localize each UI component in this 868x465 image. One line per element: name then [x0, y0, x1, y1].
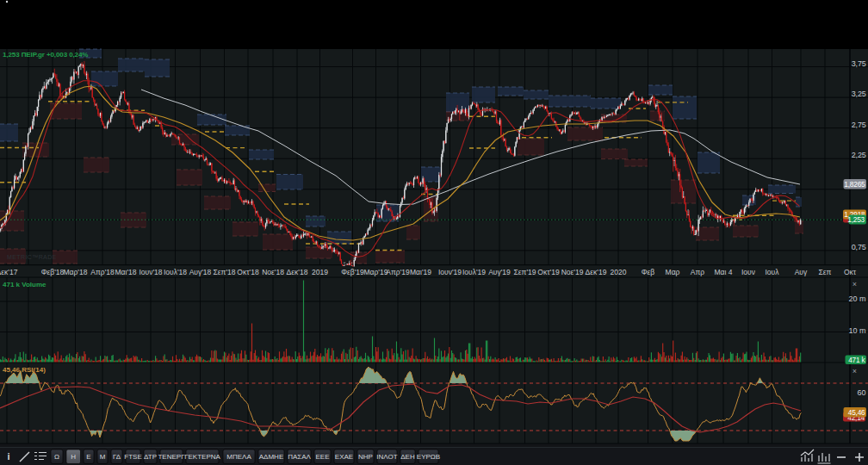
svg-text:3,25: 3,25: [852, 90, 866, 98]
svg-text:2019: 2019: [312, 268, 328, 276]
svg-text:Μαι'18: Μαι'18: [115, 268, 137, 276]
svg-text:Απρ'19: Απρ'19: [386, 268, 410, 276]
svg-text:ΠΑΣΑΛ: ΠΑΣΑΛ: [288, 453, 311, 461]
svg-text:Ιουν'19: Ιουν'19: [438, 268, 462, 276]
svg-text:Μαρ: Μαρ: [666, 268, 680, 276]
svg-text:×: ×: [852, 367, 857, 375]
svg-text:ΜΠΕΛΑ: ΜΠΕΛΑ: [226, 453, 251, 461]
svg-text:Ιουν: Ιουν: [741, 268, 755, 276]
svg-text:Ε: Ε: [86, 453, 90, 461]
svg-text:10 m: 10 m: [848, 326, 865, 335]
svg-text:ΔΕΗ: ΔΕΗ: [400, 453, 415, 461]
svg-text:Ω: Ω: [54, 453, 59, 461]
svg-text:ΕΧΑΕ: ΕΧΑΕ: [335, 453, 353, 461]
svg-text:Οκτ'18: Οκτ'18: [237, 268, 259, 276]
svg-text:Μαρ'18: Μαρ'18: [64, 268, 88, 276]
svg-text:Ιουλ: Ιουλ: [766, 268, 780, 276]
svg-text:ΜETRIC™RADE: ΜETRIC™RADE: [7, 254, 57, 260]
svg-text:Ιουλ'18: Ιουλ'18: [164, 268, 187, 276]
svg-text:471 k Volume: 471 k Volume: [3, 281, 46, 288]
svg-text:1,8265: 1,8265: [844, 180, 865, 189]
svg-text:Οκτ'19: Οκτ'19: [537, 268, 560, 276]
svg-text:ΙΝΛΟΤ: ΙΝΛΟΤ: [376, 453, 397, 461]
svg-text:Απρ: Απρ: [691, 268, 705, 276]
svg-text:Αυγ'19: Αυγ'19: [488, 268, 511, 276]
svg-text:3,75: 3,75: [852, 59, 866, 68]
svg-text:Η: Η: [71, 453, 76, 461]
svg-text:Οκτ: Οκτ: [844, 268, 857, 276]
svg-text:Φεβ: Φεβ: [642, 268, 655, 276]
svg-text:Σεπ'19: Σεπ'19: [514, 268, 536, 276]
svg-text:Μαρ'19: Μαρ'19: [364, 268, 388, 276]
svg-text:ΕΕΕ: ΕΕΕ: [315, 453, 329, 461]
svg-text:2020: 2020: [611, 268, 627, 276]
svg-text:Δεκ'19: Δεκ'19: [586, 268, 607, 276]
svg-text:Σεπ'18: Σεπ'18: [214, 268, 236, 276]
svg-text:Σεπ: Σεπ: [819, 268, 832, 276]
svg-text:ΝΗΡ: ΝΗΡ: [358, 453, 373, 461]
svg-text:ΔΤΡ: ΔΤΡ: [144, 453, 157, 461]
svg-text:×: ×: [852, 280, 857, 288]
svg-text:Αυγ: Αυγ: [795, 268, 808, 276]
svg-text:Φεβ'19: Φεβ'19: [341, 268, 364, 276]
svg-text:Μαι'19: Μαι'19: [410, 268, 431, 276]
svg-text:Απρ'18: Απρ'18: [90, 268, 115, 276]
svg-text:2,25: 2,25: [852, 151, 866, 159]
svg-text:ΕΥΡΩΒ: ΕΥΡΩΒ: [417, 453, 440, 461]
svg-text:2,75: 2,75: [852, 121, 866, 129]
svg-text:1,253: 1,253: [847, 215, 865, 224]
svg-text:Μ: Μ: [100, 453, 106, 461]
svg-text:0,75: 0,75: [852, 243, 866, 251]
svg-text:60: 60: [857, 388, 865, 397]
svg-text:ΓΕΚΤΕΡΝΑ: ΓΕΚΤΕΡΝΑ: [184, 453, 220, 461]
svg-text:Δεκ'18: Δεκ'18: [287, 268, 308, 276]
svg-text:Δεκ'17: Δεκ'17: [0, 268, 18, 276]
svg-text:45,46: 45,46: [848, 408, 865, 417]
svg-text:Φεβ'18: Φεβ'18: [41, 268, 65, 276]
svg-text:FTSE: FTSE: [124, 453, 141, 461]
svg-text:Νοε'18: Νοε'18: [262, 268, 284, 276]
svg-text:Μαι 4: Μαι 4: [715, 268, 733, 276]
svg-text:20 m: 20 m: [848, 294, 865, 303]
svg-text:1,253 ΠΕΙΡ.gr +0,003 0,24%: 1,253 ΠΕΙΡ.gr +0,003 0,24%: [3, 51, 88, 59]
svg-text:Ιουν'18: Ιουν'18: [139, 268, 162, 276]
svg-text:ΤΕΝΕΡΓ: ΤΕΝΕΡΓ: [158, 453, 185, 461]
svg-text:Αυγ'18: Αυγ'18: [189, 268, 212, 276]
svg-text:471 k: 471 k: [848, 356, 865, 364]
svg-text:ΑΔΜΗΕ: ΑΔΜΗΕ: [259, 453, 283, 461]
svg-text:45,46 RSI(14): 45,46 RSI(14): [3, 366, 46, 374]
svg-text:i: i: [7, 451, 9, 462]
svg-text:Ιουλ'19: Ιουλ'19: [462, 268, 486, 276]
svg-text:ΓΔ: ΓΔ: [113, 453, 121, 461]
svg-text:Νοε'19: Νοε'19: [561, 268, 584, 276]
